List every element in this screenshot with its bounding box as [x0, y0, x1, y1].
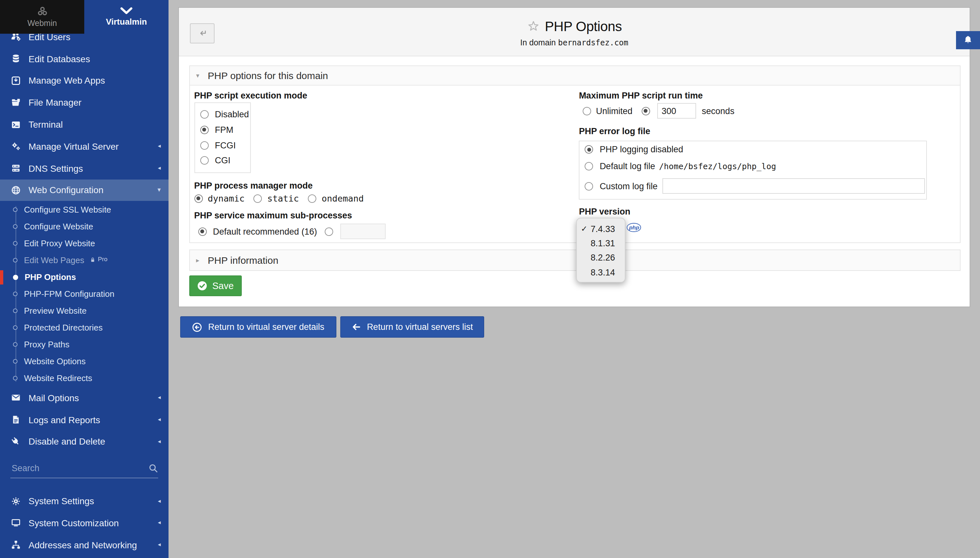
submenu-item-website-redirects[interactable]: Website Redirects: [0, 370, 169, 387]
execution-mode-option-cgi[interactable]: CGI: [200, 156, 250, 166]
php-version-label: PHP version: [579, 207, 630, 217]
gear-icon: [8, 496, 23, 506]
submenu-item-protected-directories[interactable]: Protected Directories: [0, 319, 169, 336]
radio-subprocess-default[interactable]: [198, 227, 207, 236]
chevron-left-icon: ◂: [158, 417, 161, 423]
radio-static[interactable]: [254, 194, 262, 202]
sidebar-item-web-configuration[interactable]: Web Configuration ▾: [0, 179, 169, 201]
sidebar-item-mail-options[interactable]: Mail Options ◂: [0, 387, 169, 409]
submenu-item-php-fpm-configuration[interactable]: PHP-FPM Configuration: [0, 286, 169, 302]
bullet-icon: [13, 343, 18, 347]
sidebar-item-logs-and-reports[interactable]: Logs and Reports ◂: [0, 409, 169, 431]
sidebar-item-dns-settings[interactable]: DNS Settings ◂: [0, 158, 169, 179]
execution-mode-option-fpm[interactable]: FPM: [200, 125, 250, 135]
bullet-icon: [13, 224, 18, 229]
submenu-item-edit-web-pages[interactable]: Edit Web Pages Pro: [0, 252, 169, 269]
submenu-item-preview-website[interactable]: Preview Website: [0, 302, 169, 319]
php-version-option-8314[interactable]: 8.3.14: [577, 265, 625, 280]
sidebar-item-manage-web-apps[interactable]: Manage Web Apps: [0, 70, 169, 92]
sidebar-item-addresses-and-networking[interactable]: Addresses and Networking ◂: [0, 534, 169, 556]
bullet-icon: [13, 207, 18, 212]
process-manager-group: dynamic static ondemand: [194, 193, 364, 204]
save-button[interactable]: Save: [189, 276, 242, 296]
folder-icon: [8, 98, 23, 108]
custom-log-input[interactable]: [663, 178, 925, 194]
php-version-dropdown: 7.4.33 8.1.31 8.2.26 8.3.14: [576, 218, 626, 282]
star-icon[interactable]: [527, 20, 540, 33]
submenu-item-edit-proxy-website[interactable]: Edit Proxy Website: [0, 235, 169, 252]
sidebar-item-file-manager[interactable]: File Manager: [0, 92, 169, 114]
process-manager-label: PHP process manager mode: [194, 181, 313, 190]
bullet-icon: [13, 309, 18, 313]
error-log-group: PHP logging disabled Default log file /h…: [579, 141, 927, 200]
return-server-details-button[interactable]: Return to virtual server details: [180, 316, 336, 338]
error-log-option-disabled[interactable]: PHP logging disabled: [584, 143, 683, 156]
sidebar-item-disable-and-delete[interactable]: Disable and Delete ◂: [0, 431, 169, 453]
bullet-icon: [13, 325, 18, 330]
tab-virtualmin[interactable]: Virtualmin: [84, 0, 169, 34]
error-log-option-default[interactable]: Default log file /home/bsfez/logs/php_lo…: [584, 160, 776, 172]
radio-subprocess-custom[interactable]: [325, 227, 333, 236]
php-version-option-8226[interactable]: 8.2.26: [577, 251, 625, 265]
radio-unlimited[interactable]: [582, 107, 591, 115]
chevron-left-icon: ◂: [158, 498, 161, 504]
radio-ondemand[interactable]: [308, 194, 316, 202]
php-information-panel-header[interactable]: ▸ PHP information: [190, 250, 960, 270]
chevron-down-icon: ▾: [158, 187, 161, 194]
radio-fcgi[interactable]: [200, 141, 208, 149]
triangle-right-icon: ▸: [196, 256, 208, 263]
radio-cgi[interactable]: [200, 156, 208, 165]
run-time-input[interactable]: [657, 103, 696, 118]
chevron-down-icon: [120, 7, 133, 15]
network-icon: [8, 540, 23, 550]
radio-fpm[interactable]: [200, 126, 208, 134]
search-icon[interactable]: [148, 464, 158, 473]
sidebar-item-edit-databases[interactable]: Edit Databases: [0, 48, 169, 70]
execution-mode-option-fcgi[interactable]: FCGI: [200, 140, 250, 150]
return-buttons: Return to virtual server details Return …: [180, 316, 484, 338]
radio-logging-disabled[interactable]: [584, 145, 593, 154]
sidebar-item-system-customization[interactable]: System Customization ◂: [0, 512, 169, 534]
chevron-left-icon: ◂: [158, 144, 161, 149]
error-log-option-custom[interactable]: Custom log file: [584, 178, 925, 194]
radio-disabled[interactable]: [200, 110, 208, 118]
submenu-item-configure-website[interactable]: Configure Website: [0, 218, 169, 235]
submenu-item-php-options[interactable]: PHP Options: [0, 269, 169, 286]
radio-dynamic[interactable]: [194, 194, 202, 202]
subprocesses-input[interactable]: [340, 223, 386, 239]
sidebar-item-system-settings[interactable]: System Settings ◂: [0, 490, 169, 512]
sidebar-item-manage-virtual-server[interactable]: Manage Virtual Server ◂: [0, 135, 169, 158]
submenu-item-website-options[interactable]: Website Options: [0, 353, 169, 370]
page-subtitle: In domain bernardsfez.com: [179, 38, 970, 47]
arrow-left-icon: [351, 322, 361, 332]
radio-custom-log[interactable]: [584, 182, 593, 190]
search-input[interactable]: [10, 463, 148, 474]
arrow-left-circle-icon: [192, 322, 202, 332]
notifications-bell-button[interactable]: [956, 31, 980, 49]
php-options-panel: ▾ PHP options for this domain PHP script…: [189, 66, 960, 243]
submenu-item-configure-ssl-website[interactable]: Configure SSL Website: [0, 201, 169, 218]
execution-mode-group: Disabled FPM FCGI CGI: [194, 102, 251, 173]
php-options-panel-header[interactable]: ▾ PHP options for this domain: [190, 66, 960, 85]
submenu-item-proxy-paths[interactable]: Proxy Paths: [0, 336, 169, 353]
gears-icon: [8, 141, 23, 151]
bullet-icon: [13, 274, 18, 280]
chevron-left-icon: ◂: [158, 520, 161, 526]
bullet-icon: [13, 376, 18, 381]
mail-icon: [8, 393, 23, 403]
radio-default-log[interactable]: [584, 162, 593, 171]
page-title: PHP Options: [545, 18, 622, 34]
page-header: PHP Options In domain bernardsfez.com: [179, 7, 970, 56]
domain-name: bernardsfez.com: [558, 38, 629, 47]
lock-icon: [89, 256, 96, 263]
bullet-icon: [13, 258, 18, 263]
radio-runtime-custom[interactable]: [642, 107, 650, 115]
chevron-left-icon: ◂: [158, 395, 161, 401]
php-version-option-7433[interactable]: 7.4.33: [577, 222, 625, 236]
return-servers-list-button[interactable]: Return to virtual servers list: [340, 316, 484, 338]
php-version-option-8131[interactable]: 8.1.31: [577, 236, 625, 251]
sidebar-item-terminal[interactable]: Terminal: [0, 113, 169, 135]
execution-mode-option-disabled[interactable]: Disabled: [200, 110, 250, 119]
tab-webmin[interactable]: Webmin: [0, 0, 84, 34]
title-block: PHP Options In domain bernardsfez.com: [179, 18, 970, 47]
